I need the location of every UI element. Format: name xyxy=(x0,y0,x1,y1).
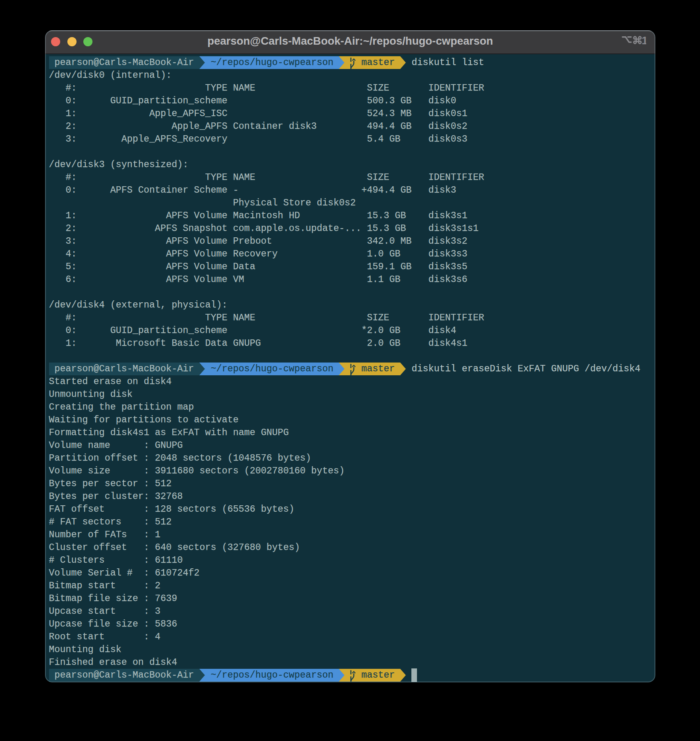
svg-text:1: 1 xyxy=(642,35,647,45)
